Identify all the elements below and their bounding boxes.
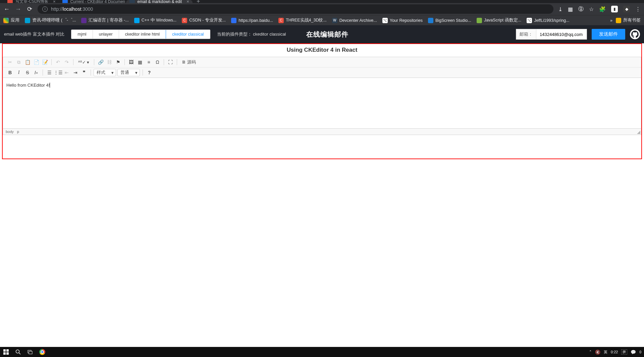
menu-icon[interactable]: ⋮ bbox=[635, 6, 641, 12]
svg-rect-7 bbox=[29, 351, 32, 354]
styles-combo[interactable]: 样式▾ bbox=[94, 69, 116, 76]
link-icon[interactable]: 🔗 bbox=[97, 58, 104, 66]
tray-chevron-icon[interactable]: ˄ bbox=[589, 350, 592, 355]
bookmark-item[interactable]: CTHREE实战4_3D纹... bbox=[278, 17, 327, 23]
svg-rect-1 bbox=[6, 349, 9, 352]
about-icon[interactable]: ? bbox=[146, 69, 153, 76]
browser-tab-active[interactable]: email & markdown & edit × bbox=[126, 0, 193, 3]
apps-button[interactable]: 应用 bbox=[3, 17, 19, 23]
special-char-icon[interactable]: Ω bbox=[154, 58, 161, 66]
numbered-list-icon[interactable]: ☰ bbox=[46, 69, 53, 76]
paste-text-icon[interactable]: 📄 bbox=[33, 58, 40, 66]
browser-tab[interactable]: 写文章-CSDN博客 × bbox=[4, 0, 59, 3]
redo-icon[interactable]: ↷ bbox=[63, 58, 70, 66]
table-icon[interactable]: ▦ bbox=[136, 58, 144, 66]
bookmark-item[interactable]: ⌥JeffLi1993/spring... bbox=[527, 18, 569, 23]
indent-icon[interactable]: ⇥ bbox=[72, 69, 79, 76]
resize-handle-icon[interactable] bbox=[637, 131, 640, 134]
image-icon[interactable]: 🖼 bbox=[127, 58, 135, 66]
browser-tab-strip: 写文章-CSDN博客 × Current - CKEditor 4 Docume… bbox=[0, 0, 644, 3]
github-icon[interactable] bbox=[630, 29, 640, 39]
plugin-tab-unlayer[interactable]: unlayer bbox=[93, 30, 119, 39]
back-icon[interactable]: ← bbox=[3, 6, 10, 13]
bookmarks-bar: 应用 资讯-哔哩哔哩 (゜-゜... 汇编语言 | 寄存器 -... C++ 中… bbox=[0, 15, 644, 25]
maximize-icon[interactable]: ⛶ bbox=[167, 58, 174, 66]
bookmark-item[interactable]: BigScreen Studio... bbox=[428, 18, 471, 23]
source-button[interactable]: 🗎 源码 bbox=[180, 58, 198, 66]
all-bookmarks-folder[interactable]: 所有书签 bbox=[616, 17, 641, 23]
cut-icon[interactable]: ✂ bbox=[6, 58, 14, 66]
plugin-tab-mjml[interactable]: mjml bbox=[71, 30, 93, 39]
bookmark-item[interactable]: JavaScript 函数定... bbox=[477, 17, 521, 23]
path-segment[interactable]: body bbox=[6, 130, 14, 134]
email-input[interactable] bbox=[536, 29, 587, 39]
extensions-icon[interactable]: 🧩 bbox=[599, 6, 606, 12]
bookmarks-overflow[interactable]: » bbox=[610, 18, 612, 23]
bullet-list-icon[interactable]: ⋮☰ bbox=[54, 69, 62, 76]
editor-heading: Using CKEditor 4 in React bbox=[3, 44, 641, 57]
send-email-button[interactable]: 发送邮件 bbox=[592, 29, 625, 40]
plugin-tab-ckeditor-classical[interactable]: ckeditor classical bbox=[166, 30, 210, 39]
install-icon[interactable]: ⤓ bbox=[558, 6, 562, 12]
separator bbox=[143, 70, 143, 76]
forward-icon[interactable]: → bbox=[15, 6, 21, 13]
close-icon[interactable]: × bbox=[186, 0, 189, 3]
browser-tab[interactable]: Current - CKEditor 4 Documen × bbox=[59, 0, 126, 3]
github-icon: ⌥ bbox=[382, 18, 388, 23]
bookmark-item[interactable]: ⌥Your Repositories bbox=[382, 18, 423, 23]
remove-format-icon[interactable]: I× bbox=[33, 69, 40, 76]
clock[interactable]: 0:22 bbox=[611, 350, 618, 354]
unlink-icon[interactable]: ⛓ bbox=[106, 58, 113, 66]
translate-icon[interactable]: ⓖ bbox=[578, 6, 584, 13]
plugin-tab-ckeditor-inline[interactable]: ckeditor inline html bbox=[119, 30, 166, 39]
favicon-icon bbox=[62, 0, 68, 3]
reload-icon[interactable]: ⟳ bbox=[26, 5, 33, 13]
close-icon[interactable]: × bbox=[53, 0, 56, 3]
notifications-icon[interactable]: 💬 bbox=[631, 350, 636, 355]
bookmark-item[interactable]: https://pan.baidu... bbox=[231, 18, 273, 23]
blockquote-icon[interactable]: ❞ bbox=[80, 69, 88, 76]
strike-icon[interactable]: S bbox=[24, 69, 31, 76]
undo-icon[interactable]: ↶ bbox=[54, 58, 62, 66]
bookmark-item[interactable]: 汇编语言 | 寄存器 -... bbox=[81, 17, 128, 23]
copy-icon[interactable]: ⧉ bbox=[15, 58, 22, 66]
editor-content[interactable]: Hello from CKEditor 4! bbox=[3, 78, 641, 128]
paste-word-icon[interactable]: 📝 bbox=[41, 58, 49, 66]
favicon-icon bbox=[428, 18, 433, 23]
favicon-icon bbox=[81, 18, 87, 23]
extension-badge-icon[interactable]: ▮ bbox=[611, 6, 618, 12]
svg-rect-0 bbox=[3, 349, 6, 352]
chrome-taskbar-icon[interactable] bbox=[36, 347, 48, 357]
outdent-icon[interactable]: ⇤ bbox=[63, 69, 70, 76]
task-view-icon[interactable] bbox=[24, 347, 36, 357]
bookmark-item[interactable]: 资讯-哔哩哔哩 (゜-゜... bbox=[25, 17, 76, 23]
volume-icon[interactable]: 🔇 bbox=[595, 350, 600, 355]
new-tab-button[interactable]: + bbox=[193, 0, 204, 3]
search-icon[interactable] bbox=[12, 347, 24, 357]
path-segment[interactable]: p bbox=[17, 130, 19, 134]
ime-indicator[interactable]: 英 bbox=[604, 350, 607, 355]
hr-icon[interactable]: ≡ bbox=[145, 58, 152, 66]
favicon-icon bbox=[231, 18, 236, 23]
separator bbox=[94, 59, 94, 65]
anchor-icon[interactable]: ⚑ bbox=[114, 58, 122, 66]
bold-icon[interactable]: B bbox=[6, 69, 14, 76]
extension-badge-icon[interactable]: ◆ bbox=[623, 6, 630, 12]
bookmark-item[interactable]: CCSDN - 专业开发... bbox=[182, 17, 226, 23]
address-bar[interactable]: i http://localhost:3000 bbox=[38, 4, 553, 14]
start-button[interactable] bbox=[0, 347, 12, 357]
bookmark-item[interactable]: WDevcenter Archive... bbox=[332, 18, 377, 23]
spellcheck-icon[interactable]: ᴬᴮ✓ ▾ bbox=[76, 58, 91, 66]
email-input-group: 邮箱： bbox=[516, 29, 587, 40]
editor-text: Hello from CKEditor 4! bbox=[6, 83, 50, 88]
svg-rect-3 bbox=[6, 352, 9, 355]
italic-icon[interactable]: I bbox=[15, 69, 22, 76]
tab-title: 写文章-CSDN博客 bbox=[15, 0, 48, 3]
ime-mode[interactable]: 拼 bbox=[621, 349, 627, 355]
bookmark-item[interactable]: C++ 中 Windows... bbox=[134, 17, 177, 23]
bookmark-star-icon[interactable]: ☆ bbox=[589, 6, 594, 12]
site-info-icon[interactable]: i bbox=[42, 6, 48, 12]
format-combo[interactable]: 普通▾ bbox=[117, 69, 140, 76]
paste-icon[interactable]: 📋 bbox=[24, 58, 31, 66]
qr-icon[interactable]: ▦ bbox=[568, 6, 573, 12]
